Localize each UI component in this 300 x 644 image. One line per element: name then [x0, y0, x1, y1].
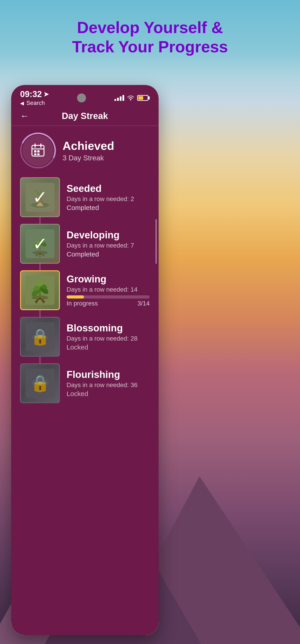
header-section: Develop Yourself & Track Your Progress [0, 18, 300, 56]
status-search: ◀ Search [20, 100, 49, 106]
item-info-blossoming: Blossoming Days in a row needed: 28 Lock… [66, 322, 150, 351]
location-arrow-icon: ➤ [43, 90, 49, 98]
svg-rect-5 [37, 150, 39, 152]
item-info-flourishing: Flourishing Days in a row needed: 36 Loc… [66, 369, 150, 398]
item-detail: Days in a row needed: 7 [66, 242, 150, 249]
signal-bar-2 [117, 98, 119, 101]
checkmark-icon: ✓ [33, 187, 47, 208]
status-left: 09:32 ➤ ◀ Search [20, 90, 49, 106]
nav-title: Day Streak [33, 111, 136, 121]
item-status: Completed [66, 204, 150, 212]
phone-screen: 09:32 ➤ ◀ Search [11, 85, 159, 635]
signal-bars-icon [114, 95, 124, 101]
progress-status: In progress [66, 300, 98, 307]
list-item[interactable]: 🔒 Flourishing Days in a row needed: 36 L… [20, 363, 150, 403]
svg-rect-6 [34, 154, 36, 155]
item-title: Blossoming [66, 322, 150, 334]
calendar-icon [30, 143, 46, 158]
badge-developing: ✓ [20, 224, 60, 264]
svg-rect-4 [34, 150, 36, 152]
item-title: Seeded [66, 183, 150, 194]
status-back-icon: ◀ [20, 100, 24, 106]
lock-icon: 🔒 [30, 328, 50, 346]
item-info-growing: Growing Days in a row needed: 14 In prog… [66, 274, 150, 307]
badge-flourishing-locked: 🔒 [20, 363, 60, 403]
badge-growing [20, 270, 60, 310]
battery-tip [148, 96, 150, 100]
svg-rect-7 [37, 154, 39, 155]
list-item[interactable]: Growing Days in a row needed: 14 In prog… [20, 270, 150, 310]
lock-icon: 🔒 [30, 374, 50, 392]
achievement-circle-icon [20, 132, 56, 168]
progress-bar-fill [66, 296, 84, 298]
scrollbar[interactable] [155, 219, 157, 264]
back-button[interactable]: ← [20, 111, 29, 121]
list-item[interactable]: ✓ Developing Days in a row needed: 7 Com… [20, 224, 150, 264]
achievement-info: Achieved 3 Day Streak [62, 139, 150, 162]
progress-label: In progress 3/14 [66, 300, 150, 307]
item-status: Locked [66, 390, 150, 398]
badge-blossoming-locked: 🔒 [20, 317, 60, 357]
item-info-developing: Developing Days in a row needed: 7 Compl… [66, 230, 150, 258]
item-info-seeded: Seeded Days in a row needed: 2 Completed [66, 183, 150, 212]
achievement-subtitle: 3 Day Streak [62, 154, 150, 162]
growing-illustration [25, 276, 54, 305]
signal-bar-4 [122, 95, 124, 101]
battery-icon [137, 95, 150, 101]
progress-count: 3/14 [138, 300, 150, 307]
status-time: 09:32 ➤ [20, 90, 49, 99]
signal-bar-1 [114, 99, 116, 101]
item-status: Completed [66, 250, 150, 258]
progress-bar-bg [66, 296, 150, 298]
battery-body [137, 95, 148, 101]
list-item[interactable]: 🔒 Blossoming Days in a row needed: 28 Lo… [20, 317, 150, 357]
progress-container: In progress 3/14 [66, 296, 150, 307]
list-item[interactable]: ✓ Seeded Days in a row needed: 2 Complet… [20, 177, 150, 217]
item-detail: Days in a row needed: 36 [66, 382, 150, 389]
item-status: Locked [66, 344, 150, 351]
item-detail: Days in a row needed: 14 [66, 286, 150, 293]
phone-frame: 09:32 ➤ ◀ Search [11, 85, 159, 635]
wifi-icon [127, 94, 134, 102]
item-detail: Days in a row needed: 28 [66, 335, 150, 342]
top-achievement: Achieved 3 Day Streak [20, 132, 150, 168]
badge-seeded: ✓ [20, 177, 60, 217]
battery-fill [138, 96, 143, 100]
signal-bar-3 [120, 96, 121, 101]
achievement-icon-inner [22, 135, 54, 166]
item-title: Flourishing [66, 369, 150, 380]
status-bar: 09:32 ➤ ◀ Search [11, 85, 159, 109]
item-title: Growing [66, 274, 150, 285]
item-title: Developing [66, 230, 150, 240]
nav-bar: ← Day Streak [11, 109, 159, 126]
achievement-title: Achieved [62, 139, 150, 152]
scroll-content[interactable]: Achieved 3 Day Streak [11, 126, 159, 635]
camera-notch [77, 94, 86, 102]
timeline: ✓ Seeded Days in a row needed: 2 Complet… [20, 177, 150, 403]
header-title: Develop Yourself & Track Your Progress [0, 18, 300, 56]
status-right [114, 94, 150, 102]
checkmark-icon: ✓ [33, 234, 47, 254]
item-detail: Days in a row needed: 2 [66, 196, 150, 202]
